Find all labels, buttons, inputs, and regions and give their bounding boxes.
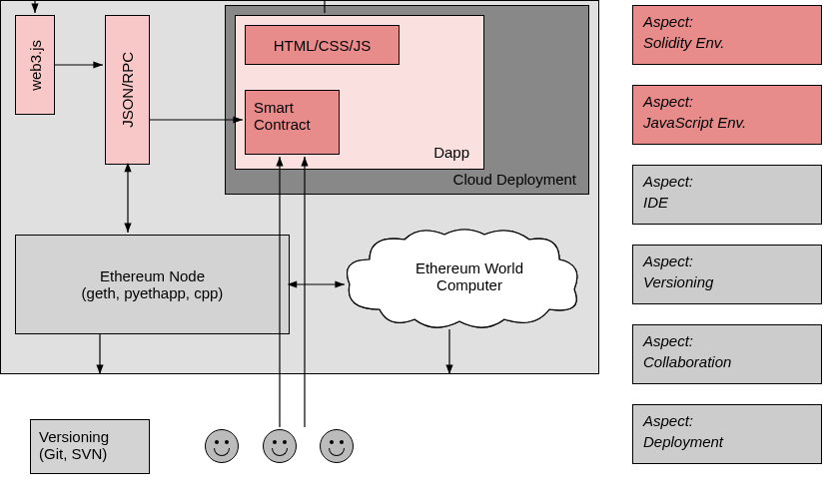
aspect-javascript: Aspect: JavaScript Env.	[632, 85, 822, 145]
aspect-solidity-label: Aspect: Solidity Env.	[643, 13, 724, 51]
aspect-ide-label: Aspect: IDE	[643, 173, 693, 211]
versioning-box: Versioning (Git, SVN)	[30, 419, 150, 474]
htmlcssjs-label: HTML/CSS/JS	[274, 37, 372, 54]
web3js-label: web3.js	[27, 40, 44, 91]
user-icon	[263, 429, 297, 463]
diagram-canvas: web3.js JSON/RPC Cloud Deployment Dapp H…	[0, 0, 833, 504]
aspect-collaboration: Aspect: Collaboration	[632, 324, 822, 384]
cloud-deployment-label: Cloud Deployment	[453, 171, 576, 188]
aspect-versioning: Aspect: Versioning	[632, 245, 822, 304]
aspect-deployment: Aspect: Deployment	[632, 404, 822, 464]
aspect-ide: Aspect: IDE	[632, 165, 822, 225]
smart-contract-box: Smart Contract	[245, 90, 340, 155]
jsonrpc-box: JSON/RPC	[105, 15, 150, 165]
aspect-versioning-label: Aspect: Versioning	[643, 252, 713, 290]
web3js-box: web3.js	[15, 15, 55, 115]
aspect-solidity: Aspect: Solidity Env.	[632, 5, 822, 65]
smart-contract-label: Smart Contract	[254, 99, 311, 133]
aspect-javascript-label: Aspect: JavaScript Env.	[643, 93, 746, 131]
aspect-deployment-label: Aspect: Deployment	[643, 412, 723, 450]
user-icon	[205, 429, 239, 463]
eth-node-box: Ethereum Node (geth, pyethapp, cpp)	[15, 235, 290, 334]
eth-node-label: Ethereum Node (geth, pyethapp, cpp)	[82, 267, 224, 301]
htmlcssjs-box: HTML/CSS/JS	[245, 25, 400, 65]
aspect-collaboration-label: Aspect: Collaboration	[643, 332, 731, 370]
versioning-label: Versioning (Git, SVN)	[39, 428, 109, 462]
user-icon	[320, 429, 354, 463]
world-computer-label: Ethereum World Computer	[380, 259, 559, 293]
dapp-label: Dapp	[433, 144, 469, 161]
jsonrpc-label: JSON/RPC	[119, 52, 136, 128]
